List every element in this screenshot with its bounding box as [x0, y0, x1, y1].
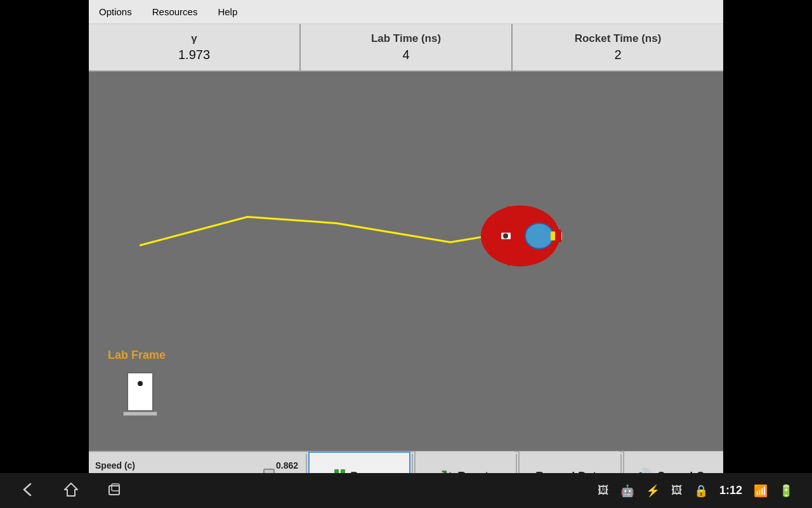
menu-options[interactable]: Options: [95, 4, 136, 20]
lock-icon: 🔒: [694, 484, 708, 498]
rocket-time-value: 2: [614, 48, 621, 62]
lab-frame-label: Lab Frame: [108, 349, 166, 362]
gamma-cell: γ 1.973: [89, 24, 301, 70]
lab-time-value: 4: [402, 48, 409, 62]
wifi-icon: 📶: [754, 484, 768, 498]
usb-icon: ⚡: [646, 484, 660, 498]
screenshot-icon: 🖼: [598, 484, 609, 497]
menu-help[interactable]: Help: [214, 4, 241, 20]
rocket-time-label: Rocket Time (ns): [575, 32, 662, 45]
recents-button[interactable]: [105, 481, 123, 501]
home-button[interactable]: [62, 481, 80, 501]
lab-time-cell: Lab Time (ns) 4: [301, 24, 513, 70]
svg-point-2: [525, 224, 553, 249]
svg-rect-11: [112, 484, 119, 491]
android-navbar: 🖼 🤖 ⚡ 🖼 🔒 1:12 📶 🔋: [0, 473, 812, 508]
android-icon: 🤖: [620, 484, 634, 498]
rocket-time-cell: Rocket Time (ns) 2: [513, 24, 723, 70]
stats-bar: γ 1.973 Lab Time (ns) 4 Rocket Time (ns)…: [89, 24, 723, 72]
svg-marker-9: [65, 483, 77, 496]
gamma-value: 1.973: [178, 48, 210, 62]
svg-rect-10: [109, 486, 119, 495]
simulation-svg: [89, 72, 723, 451]
battery-icon: 🔋: [779, 484, 793, 498]
menu-resources[interactable]: Resources: [148, 4, 202, 20]
simulation-area: Lab Frame: [89, 72, 723, 451]
menubar: Options Resources Help: [89, 0, 723, 24]
svg-rect-8: [555, 230, 561, 243]
svg-point-7: [503, 234, 508, 239]
clock-display: 1:12: [719, 484, 742, 497]
lab-time-label: Lab Time (ns): [371, 32, 441, 45]
back-button[interactable]: [19, 481, 37, 501]
gallery-icon: 🖼: [671, 484, 683, 497]
lab-clock-widget: [127, 372, 157, 416]
gamma-label: γ: [191, 32, 197, 45]
